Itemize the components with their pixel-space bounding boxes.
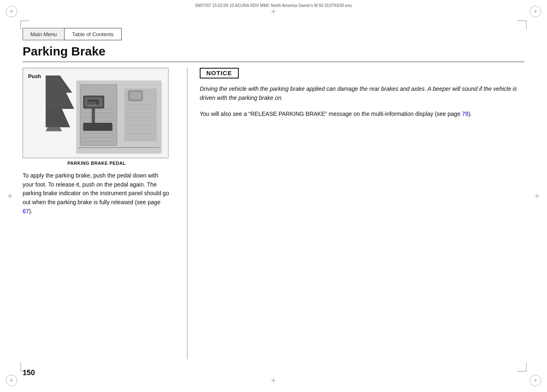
- cross-mark-tc: +: [270, 7, 278, 16]
- svg-text:Auto Off: Auto Off: [88, 104, 96, 106]
- left-body-text-2: ).: [29, 208, 33, 214]
- reg-mark-tl: [6, 6, 17, 17]
- main-menu-button[interactable]: Main Menu: [23, 28, 64, 40]
- cross-mark-bc: +: [270, 376, 278, 385]
- content-area: Push: [23, 68, 524, 359]
- page-link-67[interactable]: 67: [23, 208, 29, 214]
- right-column: NOTICE Driving the vehicle with the park…: [196, 68, 524, 359]
- image-box: Push: [23, 68, 168, 158]
- svg-text:Push: Push: [28, 73, 42, 79]
- notice-italic-text: Driving the vehicle with the parking bra…: [200, 85, 517, 101]
- reg-mark-br: [530, 375, 541, 386]
- svg-text:Auto On: Auto On: [88, 102, 96, 104]
- title-rule: [23, 62, 524, 62]
- page-container: + + + + 09/07/07 15:02:04 10 ACURA RDX M…: [0, 0, 547, 392]
- notice-box: NOTICE: [200, 68, 239, 78]
- svg-rect-22: [83, 123, 112, 131]
- right-body-text-1: You will also see a “RELEASE PARKING BRA…: [200, 111, 462, 117]
- left-body-text-1: To apply the parking brake, push the ped…: [23, 172, 169, 205]
- left-column: Push: [23, 68, 179, 359]
- nav-area: Main Menu Table of Contents: [23, 28, 122, 40]
- corner-bracket-tr: [517, 21, 526, 30]
- page-link-79[interactable]: 79: [462, 111, 469, 117]
- image-caption: PARKING BRAKE PEDAL: [23, 161, 171, 166]
- page-number: 150: [23, 369, 35, 377]
- cross-mark-mr: +: [533, 192, 541, 200]
- notice-text: Driving the vehicle with the parking bra…: [200, 84, 524, 103]
- pedal-illustration: Push: [23, 68, 168, 158]
- column-divider: [187, 68, 187, 359]
- corner-bracket-br: [517, 362, 526, 371]
- svg-rect-21: [92, 108, 95, 125]
- svg-rect-5: [80, 85, 117, 146]
- right-body-text: You will also see a “RELEASE PARKING BRA…: [200, 109, 524, 118]
- svg-rect-33: [130, 92, 141, 99]
- meta-header: 09/07/07 15:02:04 10 ACURA RDX MMC North…: [23, 3, 524, 8]
- reg-mark-tr: [530, 6, 541, 17]
- toc-button[interactable]: Table of Contents: [64, 28, 121, 40]
- left-body-text: To apply the parking brake, push the ped…: [23, 171, 171, 216]
- svg-marker-35: [46, 127, 62, 131]
- page-title: Parking Brake: [23, 44, 106, 58]
- meta-header-text: 09/07/07 15:02:04 10 ACURA RDX MMC North…: [195, 3, 352, 8]
- reg-mark-bl: [6, 375, 17, 386]
- cross-mark-ml: +: [6, 192, 14, 200]
- right-body-text-2: ).: [469, 111, 472, 117]
- notice-label: NOTICE: [206, 69, 232, 76]
